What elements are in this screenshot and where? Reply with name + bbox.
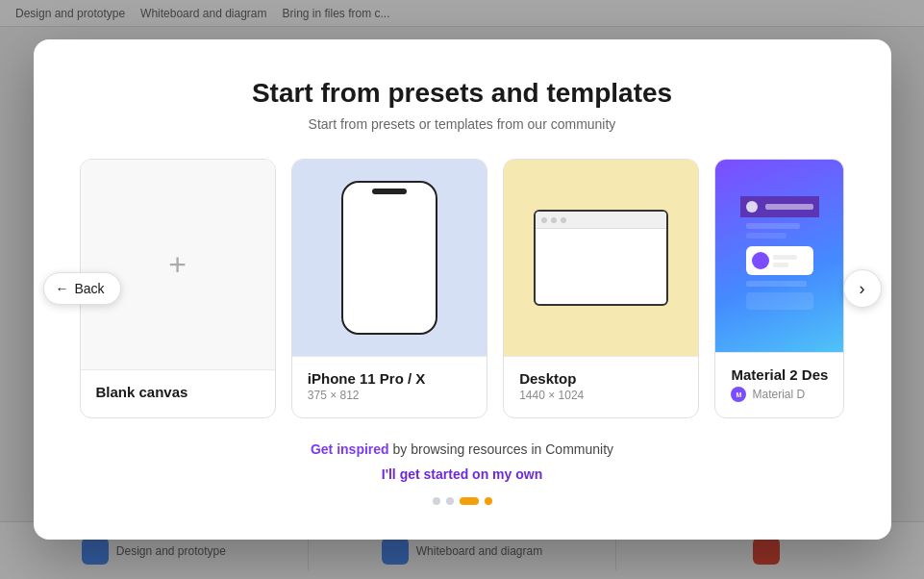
card-iphone-info: iPhone 11 Pro / X 375 × 812 [292,356,487,417]
material-top-bar [740,196,819,217]
card-iphone-preview [292,160,487,356]
desktop-dot-2 [551,217,557,223]
cards-container: + Blank canvas iPhone 11 Pro / X 375 × 8… [34,159,891,418]
desktop-dot-1 [541,217,547,223]
card-blank-name: Blank canvas [96,384,260,400]
card-material-author-row: M Material D [731,387,828,402]
community-suffix: by browsing resources in Community [389,441,613,457]
card-material-info: Material 2 Des M Material D [715,352,843,417]
card-desktop-info: Desktop 1440 × 1024 [504,356,698,417]
modal-dialog: Start from presets and templates Start f… [34,39,891,540]
back-button[interactable]: ← Back [43,272,121,305]
card-desktop-dim: 1440 × 1024 [519,389,683,402]
material-row-3 [746,281,807,287]
material-bar-label [765,204,813,210]
card-material-name: Material 2 Des [731,366,828,383]
material-row-2 [746,233,787,239]
cards-wrapper: ← Back + Blank canvas [34,159,891,418]
card-iphone-name: iPhone 11 Pro / X [308,370,471,387]
material-card-row [752,252,808,269]
modal-title: Start from presets and templates [80,78,845,109]
phone-notch [372,189,407,194]
card-desktop-name: Desktop [519,370,683,387]
plus-icon: + [157,243,199,286]
next-arrow-icon: › [860,279,865,299]
desktop-titlebar [536,212,666,229]
material-overlay [740,196,819,315]
material-avatar [752,252,769,269]
desktop-mockup [534,210,668,306]
phone-mockup [341,181,437,335]
card-desktop[interactable]: Desktop 1440 × 1024 [503,159,699,418]
material-row-1 [746,223,800,229]
card-blank-info: Blank canvas [81,369,275,417]
dot-1 [433,497,440,505]
card-material[interactable]: Material 2 Des M Material D [714,159,844,418]
material-content [740,217,819,315]
next-button[interactable]: › [843,269,882,308]
modal-footer: Get inspired by browsing resources in Co… [34,418,891,505]
dot-2 [446,497,454,505]
material-logo [746,201,758,213]
modal-header: Start from presets and templates Start f… [34,78,891,159]
material-text-2 [773,263,788,267]
card-blank-preview: + [81,160,275,369]
card-material-author: Material D [752,388,805,401]
community-link[interactable]: Get inspired [311,441,389,457]
material-text-1 [773,255,797,260]
desktop-dot-3 [561,217,566,223]
card-iphone[interactable]: iPhone 11 Pro / X 375 × 812 [291,159,487,418]
card-material-preview [715,160,843,352]
card-desktop-preview [504,160,698,356]
card-iphone-dim: 375 × 812 [308,389,471,402]
dot-4-accent [485,497,492,505]
own-link[interactable]: I'll get started on my own [80,466,845,482]
back-arrow-icon: ← [56,281,69,296]
dot-3-active [460,497,479,505]
material-card-text [773,255,808,267]
pagination-dots [80,497,845,505]
material-row-4 [746,292,813,310]
back-label: Back [75,281,105,296]
modal-subtitle: Start from presets or templates from our… [80,116,845,132]
material-author-avatar: M [731,387,746,402]
community-text: Get inspired by browsing resources in Co… [80,441,845,457]
material-card-inner [746,246,813,275]
